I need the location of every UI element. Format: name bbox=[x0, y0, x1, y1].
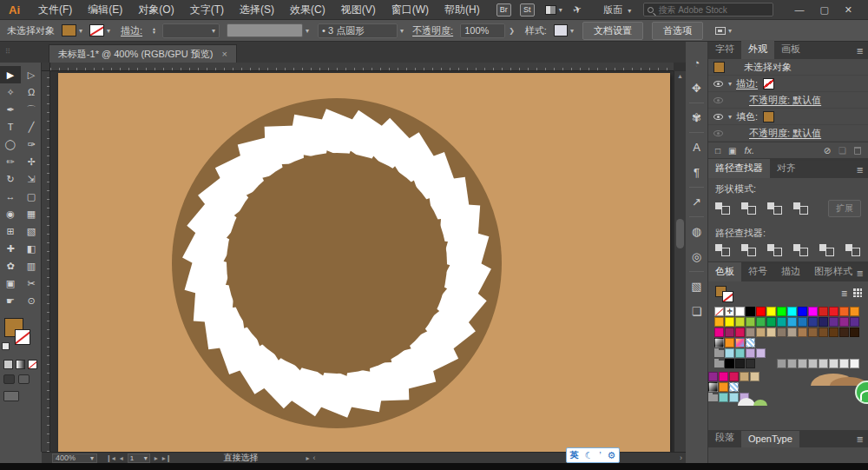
swatch[interactable] bbox=[787, 307, 797, 316]
document-tab[interactable]: 未标题-1* @ 400% (RGB/GPU 预览) × bbox=[49, 44, 237, 63]
swatch[interactable] bbox=[735, 307, 745, 316]
search-input[interactable] bbox=[658, 5, 762, 15]
swatch-pattern[interactable] bbox=[746, 338, 755, 348]
swatch[interactable] bbox=[719, 382, 728, 392]
swatch[interactable] bbox=[777, 307, 786, 316]
menu-item-0[interactable]: 文件(F) bbox=[30, 3, 80, 17]
swatch[interactable] bbox=[808, 359, 818, 368]
swatch[interactable] bbox=[850, 307, 859, 316]
appearance-tab-1[interactable]: 外观 bbox=[741, 40, 774, 59]
document-setup-button[interactable]: 文档设置 bbox=[582, 22, 643, 40]
share-icon[interactable]: ✈ bbox=[571, 3, 583, 17]
gradient-tool[interactable]: ▧ bbox=[21, 222, 42, 240]
pathfinder-tab-1[interactable]: 对齐 bbox=[770, 159, 803, 178]
panel-flyout-icon[interactable] bbox=[715, 27, 726, 35]
scale-tool[interactable]: ⇲ bbox=[21, 170, 42, 188]
chevron-down-icon[interactable]: ▾ bbox=[728, 80, 732, 88]
stroke-weight-stepper[interactable]: ▲▼ bbox=[152, 27, 156, 34]
pathfinder-tab-0[interactable]: 路径查找器 bbox=[708, 159, 770, 178]
none-mode-button[interactable] bbox=[28, 360, 37, 369]
swatch[interactable] bbox=[819, 328, 828, 337]
swatch[interactable] bbox=[819, 359, 828, 368]
ime-language-toggle[interactable]: 英 bbox=[569, 449, 578, 461]
swatch[interactable] bbox=[829, 328, 838, 337]
free-transform-tool[interactable]: ▢ bbox=[21, 188, 42, 205]
punctuation-icon[interactable]: ’ bbox=[599, 450, 601, 460]
moon-icon[interactable]: ☾ bbox=[584, 450, 593, 461]
appearance-row[interactable]: ▾填色: bbox=[708, 109, 868, 125]
curvature-tool[interactable]: ⌒ bbox=[21, 101, 42, 118]
swatch[interactable] bbox=[725, 328, 734, 337]
swatch[interactable] bbox=[725, 359, 734, 368]
style-swatch[interactable] bbox=[554, 24, 568, 36]
pen-tool[interactable]: ✒ bbox=[0, 101, 21, 118]
swatch-none[interactable] bbox=[714, 307, 724, 316]
swatch-group-folder[interactable] bbox=[714, 350, 724, 357]
stroke-link[interactable]: 描边: bbox=[121, 24, 142, 37]
swatch[interactable] bbox=[839, 317, 849, 327]
swatch-pattern[interactable] bbox=[729, 382, 739, 392]
screen-mode-button[interactable] bbox=[3, 391, 19, 401]
type-menu-icon[interactable]: ≣ bbox=[857, 434, 864, 444]
fill-color-swatch[interactable] bbox=[62, 24, 76, 36]
gradient-panel-icon[interactable]: ▧ bbox=[686, 274, 707, 299]
zoom-level-select[interactable]: 400%▾ bbox=[52, 453, 97, 463]
blend-tool[interactable]: ◧ bbox=[21, 240, 42, 257]
swatch-registration[interactable]: ✛ bbox=[725, 307, 734, 316]
workspace-switcher[interactable]: 版面 ▾ bbox=[603, 3, 631, 17]
opacity-value-field[interactable]: 100% bbox=[460, 23, 505, 38]
scroll-left-icon[interactable]: ‹ bbox=[312, 453, 315, 462]
swatch[interactable] bbox=[756, 307, 766, 316]
direct-selection-tool[interactable]: ▷ bbox=[21, 66, 42, 83]
swatch[interactable] bbox=[850, 328, 859, 337]
arrange-documents-icon[interactable] bbox=[545, 5, 556, 15]
column-graph-tool[interactable]: ▥ bbox=[21, 257, 42, 275]
artboard-tool[interactable]: ▣ bbox=[0, 275, 21, 292]
close-document-icon[interactable]: × bbox=[222, 49, 227, 59]
brush-definition-preview[interactable] bbox=[227, 23, 303, 37]
artwork-circle-badge[interactable] bbox=[58, 73, 670, 452]
swatch[interactable] bbox=[787, 359, 797, 368]
swatch[interactable] bbox=[746, 317, 755, 327]
visibility-eye-icon[interactable] bbox=[713, 114, 723, 120]
bridge-badge[interactable]: Br bbox=[496, 3, 511, 17]
pathfinder-menu-icon[interactable]: ≣ bbox=[857, 165, 864, 175]
swatch[interactable] bbox=[787, 328, 797, 337]
ruler-origin[interactable] bbox=[42, 63, 50, 71]
swatch[interactable] bbox=[750, 372, 760, 381]
swatch[interactable] bbox=[725, 317, 734, 327]
grid-view-icon[interactable] bbox=[852, 288, 862, 297]
menu-item-4[interactable]: 选择(S) bbox=[232, 3, 282, 17]
swatch[interactable] bbox=[839, 328, 849, 337]
ellipse-tool[interactable]: ◯ bbox=[0, 136, 21, 153]
crop-icon[interactable] bbox=[793, 244, 808, 256]
restore-button[interactable]: ▢ bbox=[819, 4, 828, 16]
swatch[interactable] bbox=[829, 317, 838, 327]
swatch-gradient[interactable] bbox=[708, 382, 718, 392]
swatch[interactable] bbox=[829, 307, 838, 316]
stroke-color-swatch[interactable] bbox=[89, 24, 104, 36]
swatch[interactable] bbox=[808, 317, 818, 327]
swatches-tab-1[interactable]: 符号 bbox=[741, 262, 774, 281]
shape-builder-tool[interactable]: ◉ bbox=[0, 205, 21, 222]
swatch[interactable] bbox=[735, 348, 745, 358]
scroll-right-icon[interactable]: › bbox=[680, 453, 682, 462]
swatch[interactable] bbox=[808, 328, 818, 337]
swatch[interactable] bbox=[708, 372, 718, 381]
scroll-up-icon[interactable]: ▲ bbox=[674, 73, 686, 79]
magic-wand-tool[interactable]: ✧ bbox=[0, 83, 21, 101]
selection-tool[interactable]: ▶ bbox=[0, 66, 21, 83]
swatch[interactable] bbox=[777, 359, 786, 368]
add-effect-icon[interactable]: fx. bbox=[745, 145, 755, 156]
slice-tool[interactable]: ✂ bbox=[21, 275, 42, 292]
swatch[interactable] bbox=[746, 328, 755, 337]
divide-icon[interactable] bbox=[715, 244, 730, 256]
swatch-gradient[interactable] bbox=[714, 338, 724, 348]
swatch[interactable] bbox=[798, 307, 807, 316]
asset-export-panel-icon[interactable]: ✥ bbox=[686, 76, 707, 101]
swatches-tab-3[interactable]: 图形样式 bbox=[807, 262, 859, 281]
appearance-row[interactable]: 不透明度: 默认值 bbox=[708, 125, 868, 142]
merge-icon[interactable] bbox=[767, 244, 782, 256]
first-artboard-icon[interactable]: ❙◂ bbox=[106, 454, 115, 462]
swatch[interactable] bbox=[756, 317, 766, 327]
